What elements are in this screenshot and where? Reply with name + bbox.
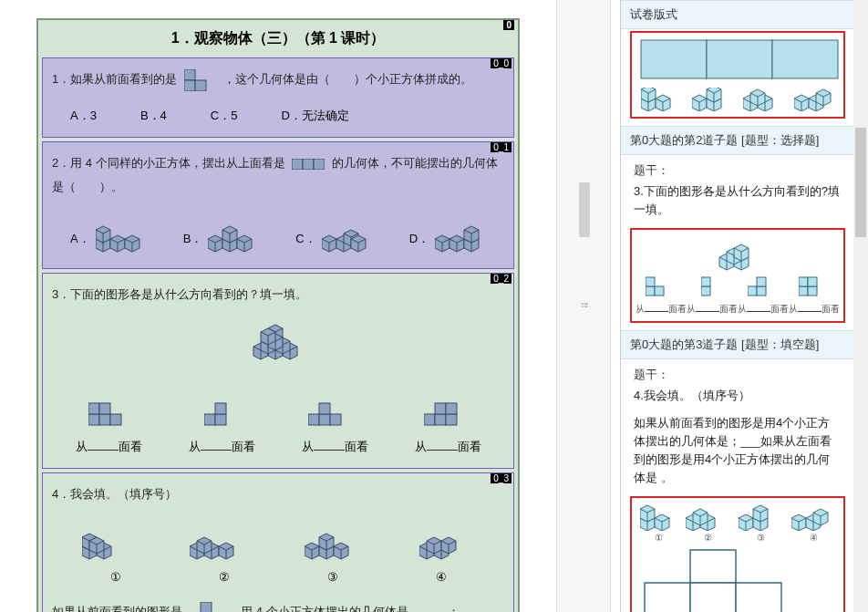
svg-rect-5 — [184, 80, 195, 91]
svg-rect-14 — [99, 403, 110, 414]
svg-rect-46 — [799, 277, 808, 286]
svg-rect-41 — [748, 286, 757, 296]
sub3-header[interactable]: 第0大题的第3道子题 [题型：填空题] — [621, 330, 854, 359]
q1-opt-a[interactable]: A． — [70, 223, 147, 255]
q0-stem-post: ，这个几何体是由（ ）个小正方体拼成的。 — [223, 72, 472, 86]
svg-rect-29 — [201, 602, 212, 612]
svg-rect-10 — [88, 414, 99, 425]
svg-rect-42 — [757, 286, 766, 296]
question-0-1[interactable]: 0_1 2．用 4 个同样的小正方体，摆出从上面看是 的几何体，不可能摆出的几何… — [42, 141, 514, 269]
svg-rect-9 — [314, 159, 325, 170]
svg-rect-49 — [645, 583, 690, 612]
top-view-figure — [292, 159, 325, 170]
svg-rect-39 — [701, 286, 710, 296]
svg-rect-38 — [646, 277, 655, 286]
question-0-2[interactable]: 0_2 3．下面的图形各是从什么方向看到的？填一填。 从面看 从面看 从面看 从 — [42, 273, 514, 469]
q0-opt-b[interactable]: B．4 — [140, 108, 167, 124]
svg-rect-12 — [110, 414, 121, 425]
svg-rect-24 — [446, 414, 457, 425]
q2-view1 — [88, 396, 132, 427]
right-scrollbar-track[interactable] — [853, 0, 868, 612]
q0-stem-line: 1．如果从前面看到的是 ，这个几何体是由（ ）个小正方体拼成的。 — [52, 67, 504, 91]
svg-rect-21 — [319, 403, 330, 414]
right-scrollbar-thumb[interactable] — [855, 128, 866, 237]
svg-rect-40 — [701, 277, 710, 286]
q1-options: A． B． C． D． — [52, 213, 504, 255]
q2-view4 — [424, 396, 468, 427]
q1-stem-line1: 2．用 4 个同样的小正方体，摆出从上面看是 的几何体，不可能摆出的几何体 — [52, 151, 504, 175]
q2-stem: 3．下面的图形各是从什么方向看到的？填一填。 — [52, 283, 504, 306]
sub2-stem-text: 3.下面的图形各是从什么方向看到的?填一填。 — [621, 181, 854, 226]
svg-rect-25 — [435, 403, 446, 414]
page-title-text: 1．观察物体（三）（第 1 课时） — [171, 30, 386, 46]
svg-rect-16 — [215, 414, 226, 425]
question-0-0[interactable]: 0_0 1．如果从前面看到的是 ，这个几何体是由（ ）个小正方体拼成的。 A．3… — [42, 57, 514, 138]
sub3-stem-label: 题干： — [621, 359, 854, 385]
q2-views-row — [52, 385, 504, 427]
sub3-line1: 4.我会填。（填序号） — [621, 385, 854, 412]
q1-stem-mid: 的几何体，不可能摆出的几何体 — [332, 156, 498, 170]
right-box-top-opts — [636, 88, 840, 111]
sub3-big-grid — [636, 546, 836, 612]
q1-opt-b[interactable]: B． — [183, 223, 260, 255]
paper-format-header[interactable]: 试卷版式 — [621, 0, 854, 29]
sub2-stem-label: 题干： — [621, 155, 854, 181]
page-title: 1．观察物体（三）（第 1 课时） 0 — [38, 20, 518, 57]
q0-options: A．3 B．4 C．5 D．无法确定 — [52, 108, 504, 124]
q1-opt-c[interactable]: C． — [295, 223, 372, 255]
q0-stem-pre: 1．如果从前面看到的是 — [52, 72, 177, 86]
q2-view2 — [204, 396, 235, 427]
svg-rect-8 — [303, 159, 314, 170]
svg-rect-11 — [99, 414, 110, 425]
q1-opt-d[interactable]: D． — [409, 223, 486, 255]
q3-fig2 — [190, 526, 244, 563]
q1-stem-line2: 是（ ）。 — [52, 175, 504, 199]
q3-fig4 — [419, 526, 474, 563]
svg-rect-18 — [308, 414, 319, 425]
right-box-top[interactable] — [630, 31, 845, 119]
q-badge: 0_1 — [491, 142, 512, 152]
q2-view3 — [308, 396, 352, 427]
q-badge: 0_2 — [491, 274, 512, 284]
sub3-red-box[interactable]: ① ② ③ ④ — [630, 496, 845, 612]
q-badge: 0_3 — [491, 473, 512, 483]
svg-rect-43 — [757, 277, 766, 286]
sub2-red-box[interactable]: 从面看 从面看 从面看 从面看 — [630, 228, 845, 323]
sub2-header[interactable]: 第0大题的第2道子题 [题型：选择题] — [621, 126, 854, 155]
svg-rect-15 — [204, 414, 215, 425]
svg-rect-20 — [330, 414, 341, 425]
svg-rect-33 — [641, 40, 707, 78]
svg-rect-36 — [646, 286, 655, 296]
svg-rect-23 — [435, 414, 446, 425]
svg-rect-7 — [292, 159, 303, 170]
q0-opt-d[interactable]: D．无法确定 — [281, 108, 348, 124]
svg-rect-45 — [808, 286, 817, 296]
svg-rect-13 — [88, 403, 99, 414]
q2-fill-row: 从面看 从面看 从面看 从面看 — [52, 438, 504, 455]
svg-rect-37 — [655, 286, 664, 296]
svg-rect-4 — [184, 69, 195, 80]
q3-stem: 4．我会填。（填序号） — [52, 482, 504, 506]
page-area: 1．观察物体（三）（第 1 课时） 0 0_0 1．如果从前面看到的是 ，这个几… — [36, 18, 520, 612]
svg-rect-51 — [736, 583, 781, 612]
left-document-panel: 1．观察物体（三）（第 1 课时） 0 0_0 1．如果从前面看到的是 ，这个几… — [0, 0, 556, 612]
splitter-handle-icon: ⠿ — [579, 301, 589, 311]
q3-front-view — [190, 602, 222, 612]
splitter-gutter[interactable]: ⠿ — [556, 0, 611, 612]
q3-fig3 — [305, 526, 359, 563]
svg-rect-34 — [707, 40, 772, 78]
question-0-3[interactable]: 0_3 4．我会填。（填序号） ① ② ③ ④ 如果从前面看到的图形是 ，用 4… — [42, 472, 514, 612]
right-inner: 试卷版式 第0大题的第2道子题 [题型：选择题] 题干： 3.下面的图形各是从什… — [621, 0, 854, 612]
sub3-line2: 如果从前面看到的图形是用4个小正方体摆出的几何体是；___如果从左面看到的图形是… — [621, 412, 854, 494]
front-view-figure — [184, 69, 217, 91]
svg-rect-19 — [319, 414, 330, 425]
q3-line2: 如果从前面看到的图形是 ，用 4 个小正方体摆出的几何体是______； — [52, 600, 504, 612]
q0-opt-c[interactable]: C．5 — [211, 108, 238, 124]
svg-rect-50 — [690, 583, 736, 612]
q0-opt-a[interactable]: A．3 — [70, 108, 97, 124]
three-box-row — [639, 38, 840, 80]
svg-rect-22 — [424, 414, 435, 425]
q3-figs — [52, 521, 504, 563]
q2-main-figure — [52, 316, 504, 370]
gutter-scrollbar-thumb[interactable] — [579, 182, 590, 237]
